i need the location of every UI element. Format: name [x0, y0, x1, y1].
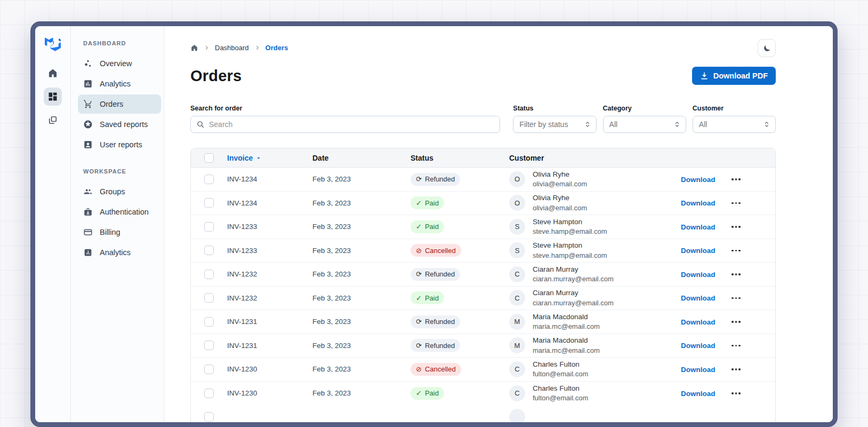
avatar: S [509, 242, 525, 258]
analytics-icon [83, 248, 93, 257]
status-icon: ✓ [416, 390, 422, 397]
customer-email: fulton@email.com [533, 393, 588, 403]
date-cell: Feb 3, 2023 [312, 294, 411, 302]
row-checkbox[interactable] [204, 293, 214, 303]
customer-name: Ciaran Murray [533, 265, 614, 274]
sidebar-item-orders[interactable]: Orders [78, 94, 161, 114]
download-link[interactable]: Download [681, 342, 716, 350]
search-field[interactable] [209, 120, 494, 129]
status-badge: ✓ Paid [411, 291, 444, 304]
row-checkbox[interactable] [204, 246, 214, 255]
status-badge: ⊘ Cancelled [411, 244, 461, 257]
date-cell: Feb 3, 2023 [312, 270, 411, 278]
status-badge: ⟳ Refunded [411, 268, 460, 281]
avatar: O [509, 171, 525, 187]
status-badge: ⟳ Refunded [411, 173, 460, 186]
customer-cell: M Maria Macdonald maria.mc@email.com [509, 312, 681, 331]
rail-home-button[interactable] [44, 64, 62, 82]
download-link[interactable]: Download [681, 247, 716, 255]
download-link[interactable]: Download [681, 318, 716, 326]
breadcrumb: Dashboard Orders [190, 43, 288, 52]
moon-icon [762, 44, 771, 53]
sidebar-item-analytics-workspace[interactable]: Analytics [78, 243, 161, 262]
status-icon: ⟳ [416, 176, 422, 183]
table-row: INV-1233 Feb 3, 2023 ✓ Paid S Steve Hamp… [191, 215, 775, 239]
download-link[interactable]: Download [681, 223, 716, 231]
column-header-status[interactable]: Status [411, 154, 509, 162]
customer-name: Steve Hampton [533, 217, 607, 227]
page-title: Orders [190, 67, 242, 85]
invoice-cell: INV-1230 [227, 365, 312, 373]
row-checkbox[interactable] [204, 175, 214, 184]
sidebar-item-label: Analytics [100, 248, 131, 257]
date-cell: Feb 3, 2023 [312, 342, 411, 350]
download-pdf-button[interactable]: Download PDF [692, 67, 776, 85]
row-checkbox[interactable] [204, 341, 214, 350]
invoice-cell: INV-1231 [227, 318, 312, 326]
download-link[interactable]: Download [681, 294, 716, 302]
scrollbar[interactable] [834, 31, 837, 42]
breadcrumb-dashboard-link[interactable]: Dashboard [215, 44, 249, 52]
category-filter-select[interactable]: All [603, 116, 686, 133]
row-checkbox[interactable] [204, 222, 214, 232]
sidebar-item-user-reports[interactable]: User reports [78, 135, 161, 154]
sidebar-item-analytics[interactable]: Analytics [78, 74, 161, 93]
row-menu-button[interactable] [724, 178, 775, 180]
table-row: INV-1230 Feb 3, 2023 ✓ Paid C Charles Fu… [191, 382, 775, 406]
main-content: Dashboard Orders Orders Download PDF Sea… [164, 26, 833, 422]
customer-cell: O Olivia Ryhe olivia@email.com [509, 193, 681, 212]
download-link[interactable]: Download [681, 199, 716, 207]
status-badge: ✓ Paid [411, 387, 444, 400]
row-menu-button[interactable] [724, 297, 775, 299]
customer-cell: C Ciaran Murray ciaran.murray@email.com [509, 265, 681, 284]
row-checkbox[interactable] [204, 412, 214, 422]
sidebar-item-authentication[interactable]: Authentication [78, 202, 161, 222]
table-row: INV-1231 Feb 3, 2023 ⟳ Refunded M Maria … [191, 310, 775, 334]
sidebar-item-saved-reports[interactable]: Saved reports [78, 115, 161, 134]
person-icon [83, 140, 93, 149]
sidebar-item-groups[interactable]: Groups [78, 182, 161, 201]
column-header-date[interactable]: Date [312, 154, 411, 162]
customer-name: Charles Fulton [533, 384, 588, 393]
search-input[interactable] [190, 116, 500, 133]
row-checkbox[interactable] [204, 389, 214, 398]
filter-bar: Search for order Status Filter by status… [190, 105, 776, 133]
dashboard-icon [47, 91, 58, 102]
customer-filter-select[interactable]: All [693, 116, 776, 133]
mui-logo-icon [45, 37, 61, 51]
row-menu-button[interactable] [724, 345, 775, 347]
row-menu-button[interactable] [724, 250, 775, 252]
row-menu-button[interactable] [724, 368, 775, 370]
row-menu-button[interactable] [724, 392, 775, 394]
customer-cell: C Charles Fulton fulton@email.com [509, 360, 681, 379]
row-menu-button[interactable] [724, 226, 775, 228]
sidebar-item-billing[interactable]: Billing [78, 223, 161, 242]
customer-filter-label: Customer [693, 105, 776, 112]
sort-desc-icon [255, 155, 262, 161]
row-checkbox[interactable] [204, 198, 214, 208]
download-link[interactable]: Download [681, 176, 716, 184]
column-header-invoice[interactable]: Invoice [227, 154, 312, 162]
download-link[interactable]: Download [681, 271, 716, 279]
download-link[interactable]: Download [681, 390, 716, 398]
column-header-customer[interactable]: Customer [509, 154, 681, 162]
customer-name: Ciaran Murray [533, 288, 614, 298]
row-checkbox[interactable] [204, 365, 214, 374]
credit-card-icon [83, 227, 93, 237]
status-filter-select[interactable]: Filter by status [513, 116, 596, 133]
dark-mode-toggle[interactable] [758, 39, 776, 57]
row-menu-button[interactable] [724, 202, 775, 204]
breadcrumb-current: Orders [266, 44, 288, 52]
select-all-checkbox[interactable] [204, 153, 214, 163]
rail-dashboard-button[interactable] [44, 88, 62, 106]
row-menu-button[interactable] [724, 321, 775, 323]
breadcrumb-home-icon[interactable] [190, 44, 198, 52]
sidebar-item-overview[interactable]: Overview [78, 54, 161, 73]
row-menu-button[interactable] [724, 273, 775, 275]
table-header: Invoice Date Status Customer [191, 148, 775, 168]
invoice-cell: INV-1233 [227, 223, 312, 231]
row-checkbox[interactable] [204, 270, 214, 279]
download-link[interactable]: Download [681, 366, 716, 374]
rail-layers-button[interactable] [44, 111, 62, 129]
row-checkbox[interactable] [204, 317, 214, 327]
